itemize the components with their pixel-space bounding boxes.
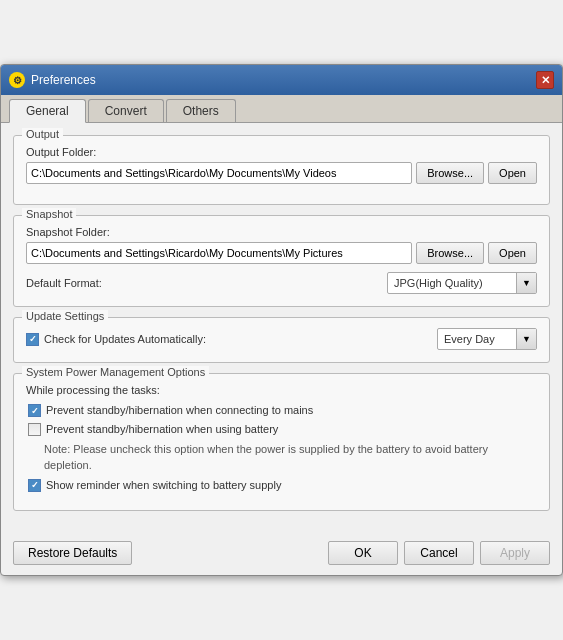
update-row: Check for Updates Automatically: Every D… — [26, 328, 537, 350]
snapshot-folder-input[interactable] — [26, 242, 412, 264]
check-updates-text: Check for Updates Automatically: — [44, 333, 206, 345]
output-folder-row: Browse... Open — [26, 162, 537, 184]
check-updates-label[interactable]: Check for Updates Automatically: — [26, 333, 431, 346]
prevent-mains-checkbox[interactable] — [28, 404, 41, 417]
window-title: Preferences — [31, 73, 96, 87]
snapshot-section: Snapshot Snapshot Folder: Browse... Open… — [13, 215, 550, 307]
note-text: Note: Please uncheck this option when th… — [44, 442, 537, 473]
title-bar-left: ⚙ Preferences — [9, 72, 96, 88]
format-select-value: JPG(High Quality) — [388, 277, 516, 289]
frequency-select[interactable]: Every Day ▼ — [437, 328, 537, 350]
tab-convert[interactable]: Convert — [88, 99, 164, 122]
check-updates-checkbox[interactable] — [26, 333, 39, 346]
footer-left: Restore Defaults — [13, 541, 132, 565]
footer-right: OK Cancel Apply — [328, 541, 550, 565]
prevent-mains-label: Prevent standby/hibernation when connect… — [46, 404, 313, 416]
prevent-mains-row: Prevent standby/hibernation when connect… — [26, 404, 537, 417]
format-select-arrow-icon[interactable]: ▼ — [516, 273, 536, 293]
frequency-select-value: Every Day — [438, 333, 516, 345]
prevent-battery-label: Prevent standby/hibernation when using b… — [46, 423, 278, 435]
footer-buttons: Restore Defaults OK Cancel Apply — [1, 533, 562, 575]
snapshot-legend: Snapshot — [22, 208, 76, 220]
show-reminder-checkbox[interactable] — [28, 479, 41, 492]
snapshot-browse-button[interactable]: Browse... — [416, 242, 484, 264]
close-button[interactable]: ✕ — [536, 71, 554, 89]
while-text: While processing the tasks: — [26, 384, 537, 396]
output-folder-input[interactable] — [26, 162, 412, 184]
power-section: System Power Management Options While pr… — [13, 373, 550, 511]
snapshot-folder-row: Browse... Open — [26, 242, 537, 264]
preferences-dialog: ⚙ Preferences ✕ General Convert Others O… — [0, 64, 563, 576]
preferences-icon: ⚙ — [9, 72, 25, 88]
output-folder-label: Output Folder: — [26, 146, 537, 158]
cancel-button[interactable]: Cancel — [404, 541, 474, 565]
snapshot-open-button[interactable]: Open — [488, 242, 537, 264]
output-browse-button[interactable]: Browse... — [416, 162, 484, 184]
update-legend: Update Settings — [22, 310, 108, 322]
restore-defaults-button[interactable]: Restore Defaults — [13, 541, 132, 565]
tab-others[interactable]: Others — [166, 99, 236, 122]
show-reminder-row: Show reminder when switching to battery … — [26, 479, 537, 492]
format-select[interactable]: JPG(High Quality) ▼ — [387, 272, 537, 294]
format-select-wrapper: JPG(High Quality) ▼ — [110, 272, 537, 294]
format-row: Default Format: JPG(High Quality) ▼ — [26, 272, 537, 294]
frequency-select-arrow-icon[interactable]: ▼ — [516, 329, 536, 349]
format-label: Default Format: — [26, 277, 102, 289]
show-reminder-label: Show reminder when switching to battery … — [46, 479, 281, 491]
output-section: Output Output Folder: Browse... Open — [13, 135, 550, 205]
prevent-battery-row: Prevent standby/hibernation when using b… — [26, 423, 537, 436]
prevent-battery-checkbox[interactable] — [28, 423, 41, 436]
tab-bar: General Convert Others — [1, 95, 562, 123]
title-bar: ⚙ Preferences ✕ — [1, 65, 562, 95]
output-open-button[interactable]: Open — [488, 162, 537, 184]
ok-button[interactable]: OK — [328, 541, 398, 565]
update-section: Update Settings Check for Updates Automa… — [13, 317, 550, 363]
tab-general[interactable]: General — [9, 99, 86, 123]
snapshot-folder-label: Snapshot Folder: — [26, 226, 537, 238]
apply-button[interactable]: Apply — [480, 541, 550, 565]
output-legend: Output — [22, 128, 63, 140]
power-legend: System Power Management Options — [22, 366, 209, 378]
tab-content: Output Output Folder: Browse... Open Sna… — [1, 123, 562, 533]
